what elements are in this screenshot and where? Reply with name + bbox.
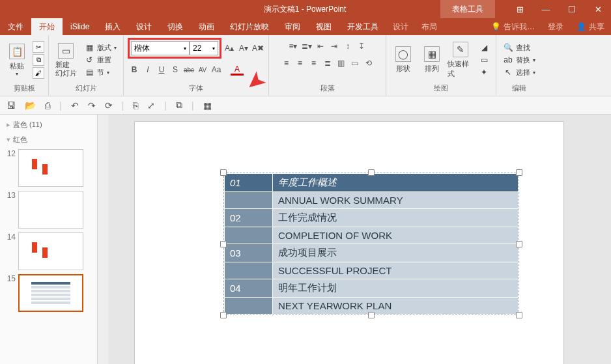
align-center-button[interactable]: ≡: [294, 57, 307, 69]
quick-styles-button[interactable]: ✎快速样式: [448, 40, 474, 80]
select-button[interactable]: ↖选择▾: [500, 66, 538, 78]
context-tab-table-tools[interactable]: 表格工具: [440, 0, 495, 18]
shadow-button[interactable]: S: [169, 64, 182, 76]
reset-button[interactable]: ↺重置: [81, 54, 119, 66]
underline-button[interactable]: U: [155, 64, 168, 76]
replace-button[interactable]: ab替换▾: [500, 54, 538, 66]
section-icon: ▤: [84, 68, 94, 77]
shape-outline-button[interactable]: ▭: [476, 54, 492, 66]
outline-icon: ▭: [479, 55, 489, 64]
tab-view[interactable]: 视图: [308, 18, 339, 35]
arrange-button[interactable]: ▦排列: [419, 40, 445, 80]
slide-thumbnails-panel: ▸蓝色 (11) ▾红色 12 13 14 15: [0, 115, 98, 364]
group-font: 楷体▾ 22▾ A▴ A▾ A✖ B I U S abc AV Aa A 字体: [124, 35, 269, 96]
numbering-button[interactable]: ≣▾: [300, 40, 313, 52]
tab-review[interactable]: 审阅: [277, 18, 308, 35]
bullets-button[interactable]: ≡▾: [287, 40, 300, 52]
tab-insert[interactable]: 插入: [97, 18, 128, 35]
selected-table[interactable]: 01年度工作概述 ANNUAL WORK SUMMARY 02工作完成情况 CO…: [223, 173, 519, 315]
text-direction-button[interactable]: ↧: [355, 40, 368, 52]
align-right-button[interactable]: ≡: [307, 57, 320, 69]
quick-styles-icon: ✎: [453, 42, 468, 57]
slide-canvas[interactable]: 01年度工作概述 ANNUAL WORK SUMMARY 02工作完成情况 CO…: [108, 115, 611, 364]
indent-dec-button[interactable]: ⇤: [314, 40, 327, 52]
tab-table-layout[interactable]: 布局: [415, 18, 444, 35]
tab-transitions[interactable]: 切换: [160, 18, 191, 35]
share-button[interactable]: 👤共享: [570, 21, 611, 33]
tab-islide[interactable]: iSlide: [63, 18, 97, 35]
minimize-button[interactable]: —: [533, 5, 559, 14]
qat-copy[interactable]: ⎘: [133, 100, 138, 111]
tab-design[interactable]: 设计: [128, 18, 160, 35]
section-button[interactable]: ▤节▾: [81, 66, 119, 78]
qat-print[interactable]: ⎙: [45, 100, 50, 111]
font-color-button[interactable]: A: [231, 64, 244, 76]
qat-redo[interactable]: ↷: [88, 100, 96, 111]
font-size-combo[interactable]: 22▾: [190, 41, 218, 55]
tab-table-design[interactable]: 设计: [386, 18, 415, 35]
justify-button[interactable]: ≣: [321, 57, 334, 69]
thumbs-scrollbar[interactable]: [98, 115, 108, 364]
slide-thumb-13[interactable]: 13: [0, 189, 97, 231]
slide: 01年度工作概述 ANNUAL WORK SUMMARY 02工作完成情况 CO…: [134, 121, 564, 364]
slide-thumb-12[interactable]: 12: [0, 147, 97, 189]
qat-open[interactable]: 📂: [25, 100, 36, 111]
bulb-icon: 💡: [491, 22, 501, 31]
paste-button[interactable]: 📋粘贴▾: [4, 40, 30, 80]
slide-thumb-14[interactable]: 14: [0, 231, 97, 272]
fill-icon: ◢: [479, 43, 489, 52]
shrink-font-button[interactable]: A▾: [237, 42, 250, 54]
tell-me[interactable]: 💡告诉我…: [485, 21, 541, 33]
ribbon-options-icon[interactable]: ⊞: [507, 5, 533, 14]
shapes-icon: ◯: [395, 46, 411, 62]
content-table[interactable]: 01年度工作概述 ANNUAL WORK SUMMARY 02工作完成情况 CO…: [224, 173, 519, 315]
section-red[interactable]: ▾红色: [0, 132, 97, 147]
arrange-icon: ▦: [424, 46, 440, 62]
italic-button[interactable]: I: [141, 64, 154, 76]
find-button[interactable]: 🔍查找: [500, 42, 538, 53]
bold-button[interactable]: B: [128, 64, 141, 76]
change-case-button[interactable]: Aa: [210, 64, 223, 76]
shapes-button[interactable]: ◯形状: [390, 40, 416, 80]
select-icon: ↖: [503, 68, 513, 77]
line-spacing-button[interactable]: ↕: [341, 40, 354, 52]
quick-access-toolbar: 🖫 📂 ⎙ | ↶ ↷ ⟳ | ⎘ ⤢ | ⧉ | ▦: [0, 96, 611, 115]
maximize-button[interactable]: ☐: [559, 5, 585, 14]
slide-thumb-15[interactable]: 15: [0, 272, 97, 314]
format-painter-button[interactable]: 🖌: [33, 67, 44, 79]
login-button[interactable]: 登录: [541, 21, 570, 33]
close-button[interactable]: ✕: [585, 5, 611, 14]
tab-file[interactable]: 文件: [0, 18, 31, 35]
align-left-button[interactable]: ≡: [280, 57, 293, 69]
smartart-button[interactable]: ⟲: [362, 57, 375, 69]
qat-save[interactable]: 🖫: [7, 100, 16, 111]
qat-pick[interactable]: ⤢: [147, 100, 155, 111]
columns-button[interactable]: ▥: [335, 57, 348, 69]
qat-repeat[interactable]: ⟳: [105, 100, 113, 111]
font-name-combo[interactable]: 楷体▾: [131, 41, 190, 55]
strike-button[interactable]: abc: [182, 64, 195, 76]
qat-grid[interactable]: ▦: [203, 100, 212, 111]
shape-fill-button[interactable]: ◢: [476, 42, 492, 53]
layout-button[interactable]: ▦版式▾: [81, 42, 119, 53]
tab-developer[interactable]: 开发工具: [339, 18, 386, 35]
group-editing: 🔍查找 ab替换▾ ↖选择▾ 编辑: [496, 35, 542, 96]
indent-inc-button[interactable]: ⇥: [328, 40, 341, 52]
window-title: 演示文稿1 - PowerPoint: [143, 4, 440, 15]
qat-undo[interactable]: ↶: [71, 100, 79, 111]
align-text-button[interactable]: ▭: [348, 57, 362, 69]
grow-font-button[interactable]: A▴: [223, 42, 236, 54]
char-spacing-button[interactable]: AV: [196, 64, 209, 76]
new-slide-button[interactable]: ▭新建 幻灯片: [53, 40, 79, 80]
share-icon: 👤: [576, 22, 586, 31]
copy-button[interactable]: ⧉: [33, 54, 44, 66]
tab-animations[interactable]: 动画: [191, 18, 222, 35]
clear-format-button[interactable]: A✖: [251, 42, 264, 54]
shape-effects-button[interactable]: ✦: [476, 66, 492, 78]
group-clipboard: 📋粘贴▾ ✂ ⧉ 🖌 剪贴板: [0, 35, 49, 96]
tab-home[interactable]: 开始: [31, 18, 63, 35]
tab-slideshow[interactable]: 幻灯片放映: [222, 18, 277, 35]
qat-window[interactable]: ⧉: [176, 100, 182, 111]
section-blue[interactable]: ▸蓝色 (11): [0, 117, 97, 132]
cut-button[interactable]: ✂: [33, 41, 44, 53]
